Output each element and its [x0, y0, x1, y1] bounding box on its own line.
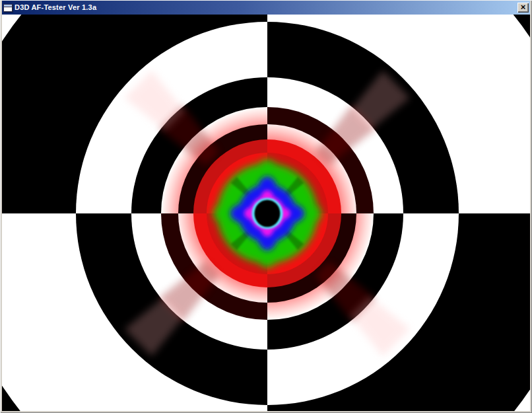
- app-icon[interactable]: [3, 4, 13, 12]
- af-test-pattern: [2, 15, 530, 411]
- close-button[interactable]: ×: [517, 3, 529, 13]
- app-icon-titlestripe: [4, 5, 12, 7]
- window-title: D3D AF-Tester Ver 1.3a: [15, 3, 96, 11]
- titlebar[interactable]: D3D AF-Tester Ver 1.3a ×: [2, 1, 530, 15]
- center-black-disc: [255, 200, 281, 227]
- app-window: D3D AF-Tester Ver 1.3a ×: [0, 0, 532, 413]
- render-viewport: [2, 15, 530, 411]
- close-icon: ×: [521, 3, 526, 11]
